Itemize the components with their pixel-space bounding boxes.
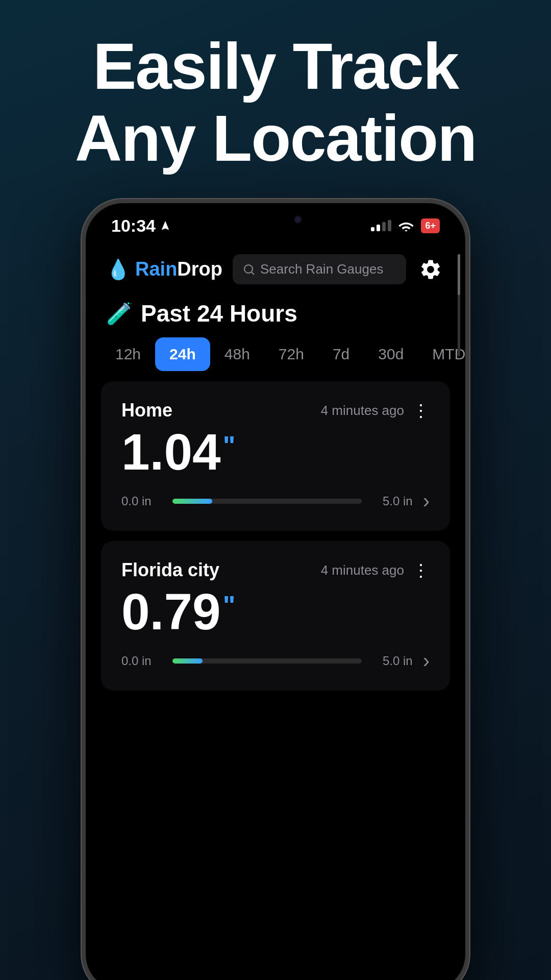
svg-line-1 [252,272,255,275]
gauge-reading-florida: 0.79 " [121,586,430,637]
progress-min-home: 0.0 in [121,494,162,508]
progress-fill-home [172,499,212,504]
gauge-unit-home: " [223,432,236,459]
section-title: Past 24 Hours [141,300,297,327]
scroll-thumb[interactable] [458,254,460,295]
gauge-card-home-header: Home 4 minutes ago ⋮ [121,400,430,421]
phone-frame: 10:34 6+ [82,199,469,980]
tab-7d[interactable]: 7d [318,337,364,371]
progress-min-florida: 0.0 in [121,654,162,668]
search-placeholder: Search Rain Gauges [260,261,383,277]
phone-mockup: 10:34 6+ [82,199,469,980]
gauge-card-florida-header: Florida city 4 minutes ago ⋮ [121,559,430,581]
gauge-progress-row-florida: 0.0 in 5.0 in › [121,649,430,672]
gauge-menu-home[interactable]: ⋮ [412,400,430,421]
logo-icon: 💧 [106,258,130,281]
hero-line1: Easily Track [0,31,551,103]
chevron-right-florida[interactable]: › [423,649,430,672]
time-tabs: 12h 24h 48h 72h 7d 30d MTD YT [86,337,465,381]
gauge-list: Home 4 minutes ago ⋮ 1.04 " 0.0 in [86,381,465,701]
wifi-icon [398,220,414,231]
status-icons: 6+ [371,218,440,233]
progress-max-florida: 5.0 in [372,654,413,668]
gauge-card-home: Home 4 minutes ago ⋮ 1.04 " 0.0 in [101,381,450,531]
hero-section: Easily Track Any Location [0,0,551,195]
progress-bar-home [172,499,362,504]
gauge-name-home: Home [121,400,172,421]
gauge-card-florida: Florida city 4 minutes ago ⋮ 0.79 " 0.0 … [101,541,450,691]
location-arrow-icon [160,220,171,231]
gauge-menu-florida[interactable]: ⋮ [412,560,430,580]
app-header: 💧 RainDrop Search Rain Gauges [86,244,465,295]
logo-text: RainDrop [135,258,222,280]
progress-bar-florida [172,658,362,664]
progress-fill-florida [172,658,203,664]
gauge-name-florida: Florida city [121,559,219,581]
gauge-time-florida: 4 minutes ago [321,562,404,578]
tab-30d[interactable]: 30d [364,337,418,371]
phone-screen: 10:34 6+ [86,203,465,980]
hero-line2: Any Location [0,103,551,175]
gauge-value-florida: 0.79 [121,586,221,637]
gauge-meta-florida: 4 minutes ago ⋮ [321,560,430,580]
search-bar[interactable]: Search Rain Gauges [233,254,406,284]
signal-icon [371,220,391,231]
scroll-track[interactable] [458,254,460,356]
settings-button[interactable] [416,255,445,284]
progress-max-home: 5.0 in [372,494,413,508]
section-header: 🧪 Past 24 Hours [86,295,465,337]
dynamic-island [235,211,316,232]
tab-12h[interactable]: 12h [101,337,155,371]
front-camera [294,215,302,224]
time-display: 10:34 [111,216,156,236]
gauge-meta-home: 4 minutes ago ⋮ [321,400,430,421]
gauge-progress-row-home: 0.0 in 5.0 in › [121,489,430,512]
gauge-unit-florida: " [223,592,236,619]
gauge-icon: 🧪 [106,301,133,326]
gauge-time-home: 4 minutes ago [321,403,404,419]
tab-48h[interactable]: 48h [210,337,264,371]
chevron-right-home[interactable]: › [423,489,430,512]
gauge-reading-home: 1.04 " [121,426,430,477]
battery-indicator: 6+ [421,218,440,233]
tab-24h[interactable]: 24h [155,337,210,371]
logo-rain: Rain [135,258,177,280]
battery-label: 6+ [425,220,436,231]
tab-72h[interactable]: 72h [264,337,318,371]
gauge-value-home: 1.04 [121,426,221,477]
gear-icon [419,258,442,281]
logo-drop: Drop [177,258,222,280]
search-icon [243,263,255,276]
app-logo: 💧 RainDrop [106,258,222,281]
status-time: 10:34 [111,216,171,236]
app-content: 💧 RainDrop Search Rain Gauges [86,239,465,980]
